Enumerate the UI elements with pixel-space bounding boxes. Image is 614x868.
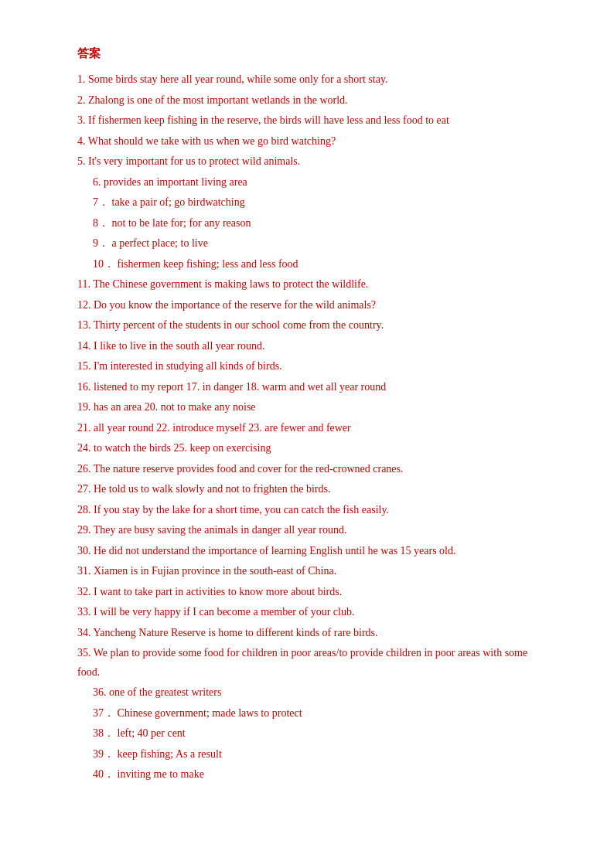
answer-item: 24. to watch the birds 25. keep on exerc… [77,439,552,458]
answer-item: 12. Do you know the importance of the re… [77,296,552,315]
answer-item: 28. If you stay by the lake for a short … [77,501,552,520]
answer-item: 32. I want to take part in activities to… [77,583,552,602]
answer-item: 27. He told us to walk slowly and not to… [77,480,552,499]
answer-item: 15. I'm interested in studying all kinds… [77,357,552,376]
answer-item: 34. Yancheng Nature Reserve is home to d… [77,624,552,643]
page-title: 答案 [77,46,552,61]
answer-item: 9． a perfect place; to live [77,234,552,254]
answer-item: 40． inviting me to make [77,765,552,785]
answer-item: 11. The Chinese government is making law… [77,275,552,294]
answer-item: 14. I like to live in the south all year… [77,337,552,356]
answer-item: 19. has an area 20. not to make any nois… [77,398,552,417]
answer-item: 36. one of the greatest writers [77,683,552,703]
answer-item: 4. What should we take with us when we g… [77,132,552,151]
answer-item: 39． keep fishing; As a result [77,745,552,764]
answer-item: 30. He did not understand the importance… [77,542,552,561]
answer-item: 38． left; 40 per cent [77,724,552,744]
answer-item: 2. Zhalong is one of the most important … [77,91,552,111]
page-container: 答案 1. Some birds stay here all year roun… [77,46,552,785]
answer-item: 31. Xiamen is in Fujian province in the … [77,562,552,581]
answer-item: 16. listened to my report 17. in danger … [77,378,552,397]
answers-list: 1. Some birds stay here all year round, … [77,70,552,785]
answer-item: 13. Thirty percent of the students in ou… [77,316,552,335]
answer-item: 21. all year round 22. introduce myself … [77,419,552,438]
answer-item: 26. The nature reserve provides food and… [77,460,552,479]
answer-item: 1. Some birds stay here all year round, … [77,70,552,90]
answer-item: 3. If fishermen keep fishing in the rese… [77,111,552,131]
answer-item: 5. It's very important for us to protect… [77,152,552,172]
answer-item: 6. provides an important living area [77,173,552,192]
answer-item: 8． not to be late for; for any reason [77,214,552,233]
answer-item: 33. I will be very happy if I can become… [77,603,552,622]
answer-item: 35. We plan to provide some food for chi… [77,644,552,682]
answer-item: 37． Chinese government; made laws to pro… [77,704,552,723]
answer-item: 7． take a pair of; go birdwatching [77,193,552,213]
answer-item: 10． fishermen keep fishing; less and les… [77,255,552,274]
answer-item: 29. They are busy saving the animals in … [77,521,552,540]
